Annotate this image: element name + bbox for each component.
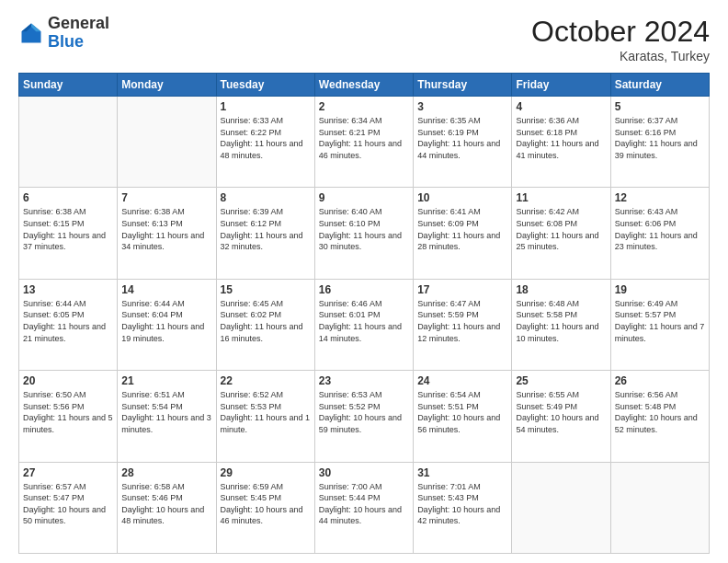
calendar-header-row: SundayMondayTuesdayWednesdayThursdayFrid… — [19, 74, 710, 97]
calendar-cell — [19, 97, 118, 188]
location: Karatas, Turkey — [531, 49, 710, 63]
calendar-cell: 21Sunrise: 6:51 AM Sunset: 5:54 PM Dayli… — [118, 371, 216, 462]
calendar-cell: 19Sunrise: 6:49 AM Sunset: 5:57 PM Dayli… — [610, 279, 709, 370]
calendar-cell: 24Sunrise: 6:54 AM Sunset: 5:51 PM Dayli… — [414, 371, 512, 462]
calendar-cell: 23Sunrise: 6:53 AM Sunset: 5:52 PM Dayli… — [314, 371, 413, 462]
day-info: Sunrise: 6:41 AM Sunset: 6:09 PM Dayligh… — [417, 206, 507, 252]
day-number: 19 — [615, 283, 705, 296]
header: General Blue October 2024 Karatas, Turke… — [18, 15, 710, 63]
day-number: 3 — [417, 100, 507, 113]
day-number: 7 — [121, 191, 211, 204]
day-info: Sunrise: 6:52 AM Sunset: 5:53 PM Dayligh… — [221, 389, 311, 435]
logo-general: General — [48, 14, 109, 32]
day-number: 1 — [221, 100, 311, 113]
day-info: Sunrise: 6:49 AM Sunset: 5:57 PM Dayligh… — [615, 298, 705, 344]
calendar-cell: 29Sunrise: 6:59 AM Sunset: 5:45 PM Dayli… — [216, 462, 314, 553]
day-number: 18 — [516, 283, 606, 296]
day-info: Sunrise: 6:48 AM Sunset: 5:58 PM Dayligh… — [516, 298, 606, 344]
day-number: 31 — [417, 466, 507, 479]
calendar-cell: 8Sunrise: 6:39 AM Sunset: 6:12 PM Daylig… — [216, 188, 314, 279]
calendar-week-row: 20Sunrise: 6:50 AM Sunset: 5:56 PM Dayli… — [19, 371, 710, 462]
calendar-week-row: 1Sunrise: 6:33 AM Sunset: 6:22 PM Daylig… — [19, 97, 710, 188]
calendar-cell — [118, 97, 216, 188]
calendar-cell: 15Sunrise: 6:45 AM Sunset: 6:02 PM Dayli… — [216, 279, 314, 370]
day-number: 9 — [319, 191, 409, 204]
calendar-cell — [610, 462, 709, 553]
calendar-cell: 3Sunrise: 6:35 AM Sunset: 6:19 PM Daylig… — [414, 97, 512, 188]
day-info: Sunrise: 7:00 AM Sunset: 5:44 PM Dayligh… — [319, 481, 409, 527]
calendar-cell: 20Sunrise: 6:50 AM Sunset: 5:56 PM Dayli… — [19, 371, 118, 462]
col-header-tuesday: Tuesday — [216, 74, 314, 97]
day-info: Sunrise: 6:36 AM Sunset: 6:18 PM Dayligh… — [516, 115, 606, 161]
day-number: 23 — [319, 374, 409, 387]
col-header-sunday: Sunday — [19, 74, 118, 97]
calendar-cell: 5Sunrise: 6:37 AM Sunset: 6:16 PM Daylig… — [610, 97, 709, 188]
logo-blue: Blue — [48, 32, 84, 51]
day-info: Sunrise: 6:44 AM Sunset: 6:04 PM Dayligh… — [121, 298, 211, 344]
page: General Blue October 2024 Karatas, Turke… — [0, 0, 728, 563]
day-info: Sunrise: 6:37 AM Sunset: 6:16 PM Dayligh… — [615, 115, 705, 161]
day-number: 20 — [23, 374, 113, 387]
day-number: 27 — [23, 466, 113, 479]
logo: General Blue — [18, 15, 109, 52]
month-title: October 2024 — [531, 15, 710, 49]
calendar-week-row: 6Sunrise: 6:38 AM Sunset: 6:15 PM Daylig… — [19, 188, 710, 279]
calendar-cell: 27Sunrise: 6:57 AM Sunset: 5:47 PM Dayli… — [19, 462, 118, 553]
calendar-cell: 4Sunrise: 6:36 AM Sunset: 6:18 PM Daylig… — [512, 97, 610, 188]
calendar-cell: 17Sunrise: 6:47 AM Sunset: 5:59 PM Dayli… — [414, 279, 512, 370]
calendar-cell: 2Sunrise: 6:34 AM Sunset: 6:21 PM Daylig… — [314, 97, 413, 188]
day-number: 26 — [615, 374, 705, 387]
day-number: 24 — [417, 374, 507, 387]
day-number: 13 — [23, 283, 113, 296]
calendar-cell: 1Sunrise: 6:33 AM Sunset: 6:22 PM Daylig… — [216, 97, 314, 188]
day-number: 12 — [615, 191, 705, 204]
col-header-friday: Friday — [512, 74, 610, 97]
calendar-cell: 30Sunrise: 7:00 AM Sunset: 5:44 PM Dayli… — [314, 462, 413, 553]
logo-icon — [18, 20, 44, 46]
calendar-cell: 13Sunrise: 6:44 AM Sunset: 6:05 PM Dayli… — [19, 279, 118, 370]
day-info: Sunrise: 6:57 AM Sunset: 5:47 PM Dayligh… — [23, 481, 113, 527]
day-info: Sunrise: 6:50 AM Sunset: 5:56 PM Dayligh… — [23, 389, 113, 435]
logo-text: General Blue — [48, 15, 109, 52]
calendar-cell: 25Sunrise: 6:55 AM Sunset: 5:49 PM Dayli… — [512, 371, 610, 462]
day-number: 29 — [221, 466, 311, 479]
calendar-cell: 28Sunrise: 6:58 AM Sunset: 5:46 PM Dayli… — [118, 462, 216, 553]
day-number: 21 — [121, 374, 211, 387]
calendar-cell: 12Sunrise: 6:43 AM Sunset: 6:06 PM Dayli… — [610, 188, 709, 279]
day-number: 8 — [221, 191, 311, 204]
day-info: Sunrise: 6:59 AM Sunset: 5:45 PM Dayligh… — [221, 481, 311, 527]
day-number: 17 — [417, 283, 507, 296]
day-number: 30 — [319, 466, 409, 479]
calendar-cell: 6Sunrise: 6:38 AM Sunset: 6:15 PM Daylig… — [19, 188, 118, 279]
day-info: Sunrise: 6:58 AM Sunset: 5:46 PM Dayligh… — [121, 481, 211, 527]
col-header-wednesday: Wednesday — [314, 74, 413, 97]
day-number: 2 — [319, 100, 409, 113]
calendar-week-row: 13Sunrise: 6:44 AM Sunset: 6:05 PM Dayli… — [19, 279, 710, 370]
day-info: Sunrise: 6:51 AM Sunset: 5:54 PM Dayligh… — [121, 389, 211, 435]
day-number: 10 — [417, 191, 507, 204]
day-info: Sunrise: 6:55 AM Sunset: 5:49 PM Dayligh… — [516, 389, 606, 435]
day-number: 16 — [319, 283, 409, 296]
calendar-cell: 9Sunrise: 6:40 AM Sunset: 6:10 PM Daylig… — [314, 188, 413, 279]
day-info: Sunrise: 6:39 AM Sunset: 6:12 PM Dayligh… — [221, 206, 311, 252]
day-info: Sunrise: 6:46 AM Sunset: 6:01 PM Dayligh… — [319, 298, 409, 344]
day-number: 15 — [221, 283, 311, 296]
calendar-cell — [512, 462, 610, 553]
day-number: 11 — [516, 191, 606, 204]
calendar-week-row: 27Sunrise: 6:57 AM Sunset: 5:47 PM Dayli… — [19, 462, 710, 553]
day-info: Sunrise: 6:40 AM Sunset: 6:10 PM Dayligh… — [319, 206, 409, 252]
day-info: Sunrise: 6:38 AM Sunset: 6:15 PM Dayligh… — [23, 206, 113, 252]
calendar-cell: 7Sunrise: 6:38 AM Sunset: 6:13 PM Daylig… — [118, 188, 216, 279]
day-number: 22 — [221, 374, 311, 387]
calendar-table: SundayMondayTuesdayWednesdayThursdayFrid… — [18, 73, 710, 554]
day-number: 28 — [121, 466, 211, 479]
day-info: Sunrise: 6:38 AM Sunset: 6:13 PM Dayligh… — [121, 206, 211, 252]
calendar-cell: 14Sunrise: 6:44 AM Sunset: 6:04 PM Dayli… — [118, 279, 216, 370]
calendar-cell: 18Sunrise: 6:48 AM Sunset: 5:58 PM Dayli… — [512, 279, 610, 370]
day-info: Sunrise: 6:56 AM Sunset: 5:48 PM Dayligh… — [615, 389, 705, 435]
day-number: 4 — [516, 100, 606, 113]
day-info: Sunrise: 6:44 AM Sunset: 6:05 PM Dayligh… — [23, 298, 113, 344]
day-info: Sunrise: 6:33 AM Sunset: 6:22 PM Dayligh… — [221, 115, 311, 161]
day-info: Sunrise: 6:53 AM Sunset: 5:52 PM Dayligh… — [319, 389, 409, 435]
day-info: Sunrise: 6:43 AM Sunset: 6:06 PM Dayligh… — [615, 206, 705, 252]
